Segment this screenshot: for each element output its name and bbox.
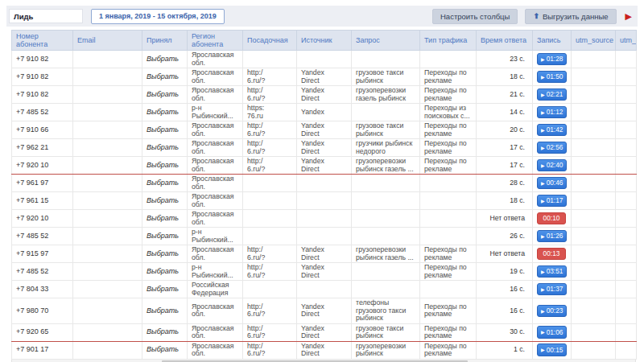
play-record-button[interactable]: ▶01:17 bbox=[537, 195, 567, 207]
source-cell bbox=[297, 228, 352, 245]
landing-cell bbox=[243, 175, 297, 192]
play-record-button[interactable]: ▶00:46 bbox=[537, 177, 567, 189]
column-header-12[interactable]: utm_ bbox=[616, 31, 637, 51]
utm-extra-cell bbox=[616, 323, 637, 341]
missed-call-badge[interactable]: 00:10 bbox=[537, 212, 566, 224]
select-operator-link[interactable]: Выбрать bbox=[147, 90, 179, 98]
column-header-10[interactable]: Запись bbox=[533, 31, 572, 51]
query-cell bbox=[352, 228, 420, 245]
play-record-button[interactable]: ▶02:21 bbox=[537, 88, 567, 101]
email-cell bbox=[73, 298, 142, 324]
play-record-button[interactable]: ▶02:40 bbox=[537, 159, 567, 171]
select-operator-link[interactable]: Выбрать bbox=[147, 55, 179, 63]
column-header-6[interactable]: Источник bbox=[297, 31, 352, 51]
landing-cell bbox=[243, 192, 297, 210]
email-cell bbox=[73, 281, 142, 298]
lead-filter-input[interactable] bbox=[9, 9, 83, 23]
utm-source-cell bbox=[572, 263, 616, 281]
source-cell: Yandex bbox=[297, 104, 352, 121]
phone-cell: +7 910 82 bbox=[12, 86, 73, 104]
export-data-button[interactable]: ⬆ Выгрузить данные bbox=[525, 9, 616, 24]
select-operator-link[interactable]: Выбрать bbox=[147, 345, 179, 353]
query-cell bbox=[352, 104, 420, 121]
play-record-button[interactable]: ▶00:23 bbox=[537, 305, 567, 317]
phone-cell: +7 485 52 bbox=[12, 228, 73, 245]
select-operator-link[interactable]: Выбрать bbox=[147, 179, 179, 187]
select-operator-link[interactable]: Выбрать bbox=[147, 161, 179, 169]
region-cell: р-н Рыбинский... bbox=[188, 104, 243, 121]
query-cell: грузовое такси рыбинск bbox=[352, 121, 420, 139]
play-record-button[interactable]: ▶01:28 bbox=[537, 53, 567, 65]
landing-cell bbox=[243, 51, 297, 68]
play-record-button[interactable]: ▶01:50 bbox=[537, 71, 567, 83]
column-header-5[interactable]: Посадочная bbox=[243, 31, 297, 51]
play-record-button[interactable]: ▶02:56 bbox=[537, 142, 567, 154]
select-operator-link[interactable]: Выбрать bbox=[147, 306, 179, 315]
missed-call-badge[interactable]: 00:13 bbox=[537, 248, 566, 260]
column-header-8[interactable]: Тип трафика bbox=[420, 31, 477, 51]
select-operator-link[interactable]: Выбрать bbox=[147, 108, 179, 116]
play-record-button[interactable]: ▶00:15 bbox=[537, 343, 567, 356]
play-record-button[interactable]: ▶01:06 bbox=[537, 326, 567, 338]
phone-cell: +7 961 97 bbox=[12, 175, 73, 192]
response-time-cell: Нет ответа bbox=[477, 210, 533, 228]
source-cell: Yandex Direct bbox=[297, 323, 352, 341]
play-record-button[interactable]: ▶01:26 bbox=[537, 230, 567, 242]
table-row: +7 910 66ВыбратьЯрославская обл.http:/ 6… bbox=[12, 121, 637, 139]
landing-cell bbox=[243, 228, 297, 245]
select-operator-link[interactable]: Выбрать bbox=[147, 214, 179, 222]
source-cell: Yandex Direct bbox=[297, 139, 352, 157]
traffic-type-cell: Переходы по рекламе bbox=[420, 157, 477, 175]
record-cell: ▶00:46 bbox=[533, 175, 572, 192]
response-time-cell: 1 с. bbox=[477, 341, 533, 359]
export-data-label: Выгрузить данные bbox=[543, 12, 609, 21]
table-row: +7 920 10ВыбратьЯрославская обл.Нет отве… bbox=[12, 210, 637, 228]
record-cell: ▶02:21 bbox=[533, 86, 572, 104]
record-cell: ▶00:15 bbox=[533, 341, 572, 359]
landing-cell: http:/ 6.ru/? bbox=[243, 68, 297, 86]
utm-source-cell bbox=[572, 281, 616, 298]
column-header-7[interactable]: Запрос bbox=[352, 31, 420, 51]
horizontal-scrollbar[interactable]: ◂ ▸ bbox=[11, 360, 636, 362]
column-header-1[interactable]: Номер абонента bbox=[12, 31, 73, 51]
select-operator-link[interactable]: Выбрать bbox=[147, 143, 179, 151]
record-cell: ▶01:42 bbox=[533, 121, 572, 139]
hscroll-left-arrow-icon[interactable]: ◂ bbox=[14, 360, 17, 362]
utm-source-cell bbox=[572, 323, 616, 341]
table-header-row: Номер абонентаEmailПринялРегион абонента… bbox=[12, 31, 637, 51]
accepted-cell: Выбрать bbox=[142, 68, 188, 86]
column-header-9[interactable]: Время ответа bbox=[477, 31, 533, 51]
play-record-button[interactable]: ▶01:42 bbox=[537, 124, 567, 136]
date-range-button[interactable]: 1 января, 2019 - 15 октября, 2019 bbox=[91, 9, 225, 24]
phone-cell: +7 920 65 bbox=[12, 323, 73, 341]
response-time-cell: 17 с. bbox=[477, 139, 533, 157]
select-operator-link[interactable]: Выбрать bbox=[147, 285, 179, 293]
column-header-11[interactable]: utm_source bbox=[572, 31, 616, 51]
region-cell: Ярославская обл. bbox=[188, 210, 243, 228]
select-operator-link[interactable]: Выбрать bbox=[147, 125, 179, 134]
query-cell: грузоперевозки рыбинск газель ... bbox=[352, 157, 420, 175]
select-operator-link[interactable]: Выбрать bbox=[147, 72, 179, 80]
hscroll-right-arrow-icon[interactable]: ▸ bbox=[630, 360, 634, 362]
accepted-cell: Выбрать bbox=[142, 104, 188, 121]
column-header-4[interactable]: Регион абонента bbox=[188, 31, 243, 51]
play-record-button[interactable]: ▶03:51 bbox=[537, 265, 567, 278]
configure-columns-button[interactable]: Настроить столбцы bbox=[432, 9, 518, 24]
traffic-type-cell bbox=[420, 281, 477, 298]
traffic-type-cell bbox=[420, 210, 477, 228]
utm-extra-cell bbox=[616, 298, 637, 324]
select-operator-link[interactable]: Выбрать bbox=[147, 249, 179, 257]
select-operator-link[interactable]: Выбрать bbox=[147, 196, 179, 204]
region-cell: Ярославская обл. bbox=[188, 51, 243, 68]
utm-source-cell bbox=[572, 157, 616, 175]
play-record-button[interactable]: ▶01:12 bbox=[537, 106, 567, 118]
column-header-3[interactable]: Принял bbox=[142, 31, 188, 51]
source-cell: Yandex Direct bbox=[297, 341, 352, 359]
select-operator-link[interactable]: Выбрать bbox=[147, 327, 179, 335]
select-operator-link[interactable]: Выбрать bbox=[147, 232, 179, 240]
column-header-2[interactable]: Email bbox=[73, 31, 142, 51]
select-operator-link[interactable]: Выбрать bbox=[147, 267, 179, 275]
utm-extra-cell bbox=[616, 175, 637, 192]
play-record-button[interactable]: ▶01:37 bbox=[537, 283, 567, 295]
scroll-right-indicator-icon[interactable]: ▶ bbox=[625, 12, 632, 21]
